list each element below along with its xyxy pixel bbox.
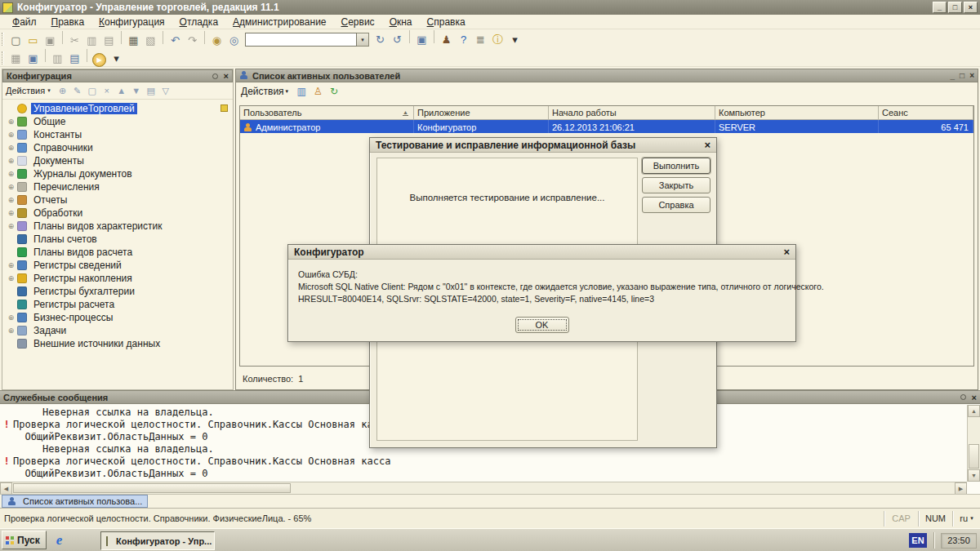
- db-config-icon[interactable]: ▥: [49, 51, 66, 66]
- language-indicator[interactable]: EN: [909, 533, 927, 548]
- test-dialog-titlebar[interactable]: Тестирование и исправление информационно…: [370, 138, 716, 153]
- search-combobox[interactable]: ▾: [245, 33, 369, 47]
- menu-item[interactable]: Конфигурация: [91, 16, 172, 29]
- tree-item[interactable]: Отчеты: [2, 193, 233, 207]
- scrollbar-thumb[interactable]: [969, 444, 979, 469]
- print-preview-icon[interactable]: ▧: [142, 33, 159, 48]
- tree-item[interactable]: Регистры накопления: [2, 272, 233, 285]
- minimize-icon[interactable]: _: [933, 2, 947, 13]
- message-line[interactable]: Проверка логической целостности. Справоч…: [0, 455, 967, 468]
- tree-item[interactable]: Планы счетов: [2, 233, 233, 246]
- close-icon[interactable]: ×: [972, 393, 977, 402]
- table-row[interactable]: Администратор Конфигуратор 26.12.2013 21…: [240, 120, 973, 133]
- start-button[interactable]: Пуск: [2, 531, 47, 549]
- vertical-scrollbar[interactable]: ▲ ▼: [967, 405, 980, 482]
- run-button[interactable]: Выполнить: [642, 158, 710, 174]
- taskbar-task-configurator[interactable]: Конфигуратор - Упр...: [100, 531, 215, 550]
- scroll-right-icon[interactable]: ▶: [955, 482, 967, 495]
- horizontal-scrollbar[interactable]: ◀ ▶: [0, 482, 967, 494]
- internet-explorer-icon[interactable]: e: [56, 532, 63, 549]
- menu-item[interactable]: Сервис: [334, 16, 382, 29]
- close-icon[interactable]: ×: [224, 72, 229, 80]
- copy-item-icon[interactable]: ▢: [85, 84, 100, 97]
- tree-item[interactable]: Планы видов расчета: [2, 246, 233, 259]
- tree-item[interactable]: Справочники: [2, 141, 233, 154]
- column-start-time[interactable]: Начало работы: [549, 106, 715, 119]
- expander-icon[interactable]: [6, 157, 16, 165]
- expander-icon[interactable]: [6, 183, 16, 191]
- paste-icon[interactable]: ▤: [100, 33, 118, 48]
- close-icon[interactable]: ×: [969, 71, 974, 80]
- training-icon[interactable]: ♟: [438, 32, 455, 47]
- refresh-icon[interactable]: ↻: [326, 85, 342, 99]
- scroll-left-icon[interactable]: ◀: [0, 482, 12, 495]
- user-list-icon[interactable]: ▥: [293, 85, 310, 99]
- move-up-icon[interactable]: ▲: [114, 84, 129, 97]
- tree-item[interactable]: Регистры сведений: [2, 259, 233, 272]
- tree-item[interactable]: УправлениеТорговлей: [2, 102, 233, 115]
- restore-icon[interactable]: □: [948, 2, 962, 13]
- main-titlebar[interactable]: Конфигуратор - Управление торговлей, ред…: [0, 0, 980, 15]
- expander-icon[interactable]: [6, 196, 16, 204]
- expander-icon[interactable]: [6, 274, 16, 282]
- tree-item[interactable]: Константы: [2, 128, 233, 141]
- find-in-files-icon[interactable]: ◉: [208, 33, 225, 48]
- save-icon[interactable]: ▣: [42, 33, 59, 48]
- tree-item[interactable]: Документы: [2, 154, 233, 167]
- undo-icon[interactable]: ↶: [167, 33, 184, 48]
- active-users-titlebar[interactable]: Список активных пользователей _ □ ×: [236, 69, 978, 82]
- combobox-dropdown-icon[interactable]: ▾: [357, 33, 369, 47]
- help-search-icon[interactable]: ?: [455, 32, 472, 47]
- tree-item[interactable]: Задачи: [2, 324, 233, 337]
- tree-item[interactable]: Планы видов характеристик: [2, 220, 233, 233]
- minimize-icon[interactable]: _: [951, 71, 956, 80]
- open-icon[interactable]: ▭: [24, 33, 42, 48]
- toolbar2-overflow-icon[interactable]: ▾: [108, 51, 125, 66]
- pin-icon[interactable]: [212, 73, 218, 79]
- tree-item[interactable]: Журналы документов: [2, 167, 233, 180]
- user-badge-icon[interactable]: ♙: [310, 85, 326, 99]
- redo-icon[interactable]: ↷: [184, 33, 201, 48]
- close-button[interactable]: Закрыть: [642, 177, 710, 193]
- column-application[interactable]: Приложение: [414, 106, 549, 119]
- scroll-down-icon[interactable]: ▼: [968, 469, 980, 482]
- menu-item[interactable]: Справка: [420, 16, 473, 29]
- move-down-icon[interactable]: ▼: [129, 84, 144, 97]
- print-icon[interactable]: ▦: [125, 33, 142, 48]
- toolbar-grip[interactable]: [2, 33, 4, 46]
- actions-menu[interactable]: Действия: [6, 86, 45, 96]
- new-document-icon[interactable]: ▢: [7, 33, 24, 48]
- help-button[interactable]: Справка: [642, 197, 710, 213]
- menu-item[interactable]: Окна: [382, 16, 420, 29]
- expander-icon[interactable]: [6, 131, 16, 139]
- add-icon[interactable]: ⊕: [56, 84, 70, 97]
- expander-icon[interactable]: [6, 170, 16, 178]
- toolbar-overflow-icon[interactable]: ▾: [506, 32, 523, 47]
- menu-item[interactable]: Файл: [5, 16, 44, 29]
- column-session[interactable]: Сеанс: [879, 106, 973, 119]
- expander-icon[interactable]: [6, 144, 16, 152]
- message-line[interactable]: ОбщийРеквизит.ОбластьДанных = 0: [0, 468, 967, 480]
- filter-icon[interactable]: ▽: [158, 84, 173, 97]
- copy-window-icon[interactable]: ▣: [413, 32, 430, 47]
- search-input[interactable]: [245, 33, 357, 47]
- close-icon[interactable]: ×: [964, 2, 978, 13]
- expander-icon[interactable]: [6, 327, 16, 335]
- configuration-panel-header[interactable]: Конфигурация ×: [2, 69, 233, 82]
- toolbar-grip[interactable]: [2, 51, 4, 64]
- config-window-icon[interactable]: ▣: [24, 51, 42, 66]
- copy-icon[interactable]: ▥: [83, 33, 100, 48]
- tree-item[interactable]: Регистры расчета: [2, 298, 233, 311]
- tree-item[interactable]: Бизнес-процессы: [2, 311, 233, 324]
- syntax-help-icon[interactable]: ≣: [472, 32, 489, 47]
- expander-icon[interactable]: [6, 222, 16, 230]
- actions-menu[interactable]: Действия: [241, 86, 284, 97]
- close-icon[interactable]: ×: [783, 247, 790, 257]
- column-user[interactable]: Пользователь▲: [240, 106, 414, 119]
- expander-icon[interactable]: [6, 209, 16, 217]
- delete-icon[interactable]: ×: [100, 84, 114, 97]
- tree-item[interactable]: Регистры бухгалтерии: [2, 285, 233, 298]
- scroll-up-icon[interactable]: ▲: [968, 405, 980, 417]
- restore-icon[interactable]: □: [960, 71, 964, 80]
- replace-undo-icon[interactable]: ↺: [389, 32, 406, 47]
